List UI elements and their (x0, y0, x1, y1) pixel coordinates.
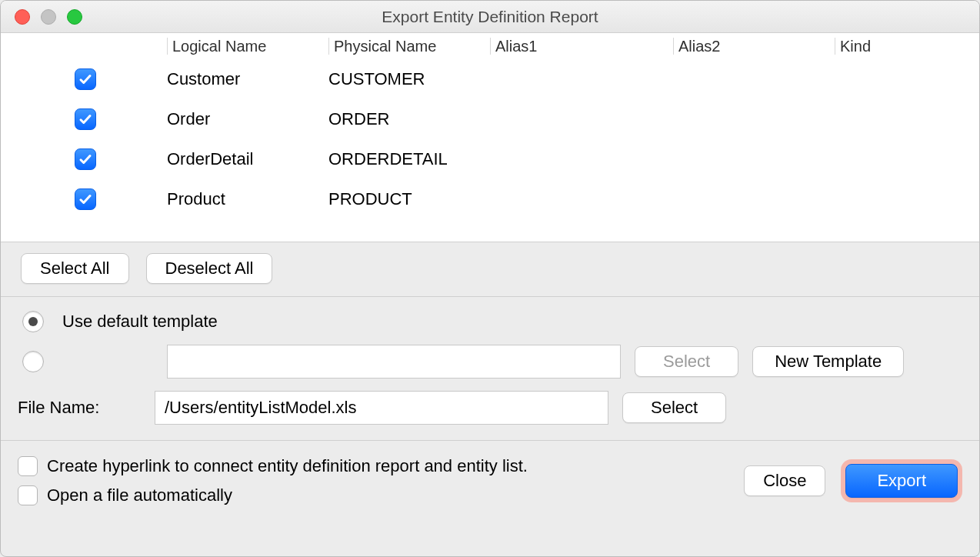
new-template-button[interactable]: New Template (752, 346, 904, 377)
hyperlink-label: Create hyperlink to connect entity defin… (47, 456, 528, 476)
table-header-alias2[interactable]: Alias2 (673, 38, 835, 55)
file-name-input[interactable] (155, 391, 608, 425)
use-custom-template-radio[interactable] (22, 351, 44, 372)
export-entity-definition-window: Export Entity Definition Report Logical … (0, 0, 980, 557)
row-logical-name: Customer (167, 69, 328, 89)
close-button[interactable]: Close (744, 465, 825, 496)
open-auto-checkbox[interactable] (18, 485, 38, 505)
row-checkbox[interactable] (75, 108, 96, 130)
row-logical-name: Order (167, 109, 328, 129)
row-physical-name: CUSTOMER (328, 69, 490, 89)
row-checkbox-cell (1, 148, 167, 170)
file-select-button[interactable]: Select (622, 392, 726, 423)
export-button[interactable]: Export (845, 464, 958, 498)
table-row[interactable]: OrderORDER (1, 99, 979, 139)
table-header-checkbox (1, 38, 167, 55)
row-checkbox[interactable] (75, 188, 96, 210)
hyperlink-option-row: Create hyperlink to connect entity defin… (18, 456, 528, 476)
bottom-bar: Create hyperlink to connect entity defin… (1, 441, 979, 519)
dialog-action-buttons: Close Export (744, 459, 962, 502)
entity-table: Logical Name Physical Name Alias1 Alias2… (1, 33, 979, 242)
table-header-row: Logical Name Physical Name Alias1 Alias2… (1, 33, 979, 59)
table-row[interactable]: CustomerCUSTOMER (1, 59, 979, 99)
row-physical-name: ORDER (328, 109, 490, 129)
row-checkbox[interactable] (75, 68, 96, 90)
row-logical-name: Product (167, 189, 328, 209)
row-logical-name: OrderDetail (167, 149, 328, 169)
file-name-row: File Name: Select (18, 391, 962, 425)
row-physical-name: ORDERDETAIL (328, 149, 490, 169)
row-checkbox-cell (1, 188, 167, 210)
table-row[interactable]: OrderDetailORDERDETAIL (1, 139, 979, 179)
selection-button-row: Select All Deselect All (1, 242, 979, 297)
custom-template-path-input[interactable] (167, 345, 621, 379)
options-group: Create hyperlink to connect entity defin… (18, 456, 528, 505)
open-auto-label: Open a file automatically (47, 485, 232, 505)
deselect-all-button[interactable]: Deselect All (146, 253, 273, 284)
file-name-label: File Name: (18, 398, 141, 418)
template-file-section: Use default template Select New Template… (1, 297, 979, 441)
row-checkbox[interactable] (75, 148, 96, 170)
export-button-focus-ring: Export (841, 459, 962, 502)
radio-dot-icon (28, 317, 38, 326)
open-auto-option-row: Open a file automatically (18, 485, 528, 505)
table-header-alias1[interactable]: Alias1 (490, 38, 673, 55)
table-header-physical[interactable]: Physical Name (328, 38, 490, 55)
row-checkbox-cell (1, 108, 167, 130)
custom-template-row: Select New Template (18, 345, 962, 379)
titlebar: Export Entity Definition Report (1, 1, 979, 33)
default-template-row: Use default template (18, 311, 962, 332)
table-row[interactable]: ProductPRODUCT (1, 179, 979, 219)
use-default-template-label: Use default template (62, 312, 218, 332)
table-body: CustomerCUSTOMEROrderORDEROrderDetailORD… (1, 59, 979, 219)
window-title: Export Entity Definition Report (1, 8, 979, 26)
hyperlink-checkbox[interactable] (18, 456, 38, 476)
row-physical-name: PRODUCT (328, 189, 490, 209)
row-checkbox-cell (1, 68, 167, 90)
template-select-button: Select (635, 346, 738, 377)
table-header-logical[interactable]: Logical Name (167, 38, 328, 55)
table-header-kind[interactable]: Kind (835, 38, 973, 55)
use-default-template-radio[interactable] (22, 311, 44, 332)
select-all-button[interactable]: Select All (21, 253, 129, 284)
